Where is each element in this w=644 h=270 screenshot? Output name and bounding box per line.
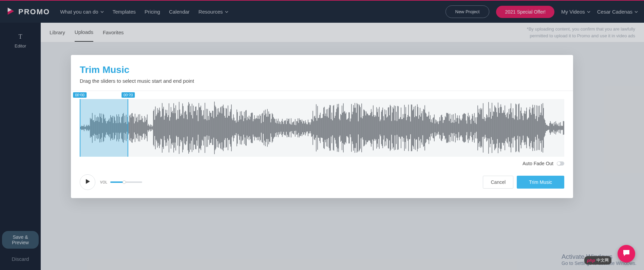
svg-rect-343 [310,122,311,133]
svg-rect-391 [343,103,344,153]
svg-rect-299 [281,124,281,132]
svg-rect-320 [295,119,296,137]
svg-rect-264 [257,116,258,140]
svg-rect-217 [225,118,226,138]
svg-rect-486 [408,115,408,141]
tab-uploads[interactable]: Uploads [75,23,93,42]
svg-rect-398 [348,118,348,137]
svg-rect-335 [305,120,306,135]
nav-pricing[interactable]: Pricing [145,9,160,15]
selection-range[interactable] [80,99,128,157]
svg-rect-198 [212,111,213,145]
svg-rect-136 [170,117,171,138]
svg-rect-123 [161,116,162,139]
trim-music-modal: Trim Music Drag the sliders to select mu… [71,55,573,198]
topbar: PROMO What you can do Templates Pricing … [0,1,644,23]
upload-disclaimer: *By uploading content, you confirm that … [513,26,635,39]
svg-rect-524 [433,117,434,138]
time-end-badge[interactable]: 00:20 [121,92,135,98]
svg-rect-77 [130,115,131,141]
svg-rect-678 [538,106,538,150]
svg-rect-646 [516,104,517,151]
svg-rect-658 [524,111,525,145]
svg-rect-121 [160,111,160,145]
tab-library[interactable]: Library [50,23,65,41]
svg-rect-257 [252,113,253,143]
chevron-down-icon [225,9,228,15]
volume-slider[interactable] [110,181,142,183]
svg-rect-423 [365,111,365,145]
svg-rect-569 [464,113,465,143]
chat-fab[interactable] [618,245,635,263]
nav-resources[interactable]: Resources [198,9,228,15]
svg-rect-150 [179,110,180,146]
topbar-right: New Project 2021 Special Offer! My Video… [446,5,638,18]
svg-rect-592 [479,114,480,141]
user-menu[interactable]: Cesar Cadenas [597,9,638,15]
svg-rect-199 [213,111,213,145]
waveform[interactable] [80,99,564,157]
svg-rect-701 [553,126,554,130]
discard-button[interactable]: Discard [0,251,41,270]
svg-rect-587 [476,124,477,132]
trim-music-button[interactable]: Trim Music [517,176,564,189]
svg-rect-654 [522,113,522,142]
svg-rect-562 [459,115,460,140]
svg-rect-591 [479,109,479,147]
special-offer-button[interactable]: 2021 Special Offer! [496,6,554,18]
svg-rect-84 [135,114,135,142]
svg-rect-196 [211,113,211,143]
text-icon: T [17,33,24,41]
svg-rect-362 [323,108,324,148]
svg-rect-302 [283,122,283,134]
svg-rect-533 [439,117,440,139]
logo[interactable]: PROMO [6,6,50,17]
svg-rect-661 [526,108,527,148]
svg-rect-415 [359,105,360,151]
sidebar-editor[interactable]: T Editor [0,29,41,53]
save-preview-button[interactable]: Save & Preview [2,231,39,249]
svg-rect-424 [365,115,366,140]
auto-fade-out-toggle[interactable] [557,161,564,166]
waveform-container: 00:00 00:20 [80,92,564,157]
nav-calendar[interactable]: Calendar [169,9,190,15]
svg-rect-311 [289,119,289,137]
svg-rect-231 [234,121,235,135]
tab-favorites[interactable]: Favorites [103,23,124,41]
svg-rect-431 [370,113,371,142]
svg-rect-491 [411,104,412,151]
new-project-button[interactable]: New Project [446,5,490,18]
svg-rect-625 [502,113,503,142]
svg-rect-157 [184,112,185,143]
svg-rect-321 [296,125,296,131]
svg-rect-619 [498,102,498,153]
nav-what-you-can-do[interactable]: What you can do [60,9,104,15]
play-icon [85,179,90,186]
svg-rect-192 [208,116,209,140]
svg-rect-329 [301,122,302,134]
cancel-button[interactable]: Cancel [483,176,513,189]
svg-rect-635 [509,109,509,147]
svg-rect-399 [348,112,349,143]
svg-rect-589 [477,105,478,151]
svg-rect-219 [226,109,227,147]
nav-templates[interactable]: Templates [113,9,136,15]
svg-rect-307 [286,124,287,132]
svg-rect-127 [164,120,165,136]
svg-rect-273 [263,122,264,134]
time-start-badge[interactable]: 00:00 [73,92,87,98]
nav-items: What you can do Templates Pricing Calend… [60,9,228,15]
svg-rect-178 [198,103,199,153]
svg-rect-363 [324,107,325,149]
svg-rect-546 [448,114,449,141]
svg-rect-705 [556,123,557,133]
play-button[interactable] [80,174,95,190]
svg-rect-330 [302,119,302,136]
svg-rect-680 [539,106,540,150]
php-cn-badge[interactable]: php 中文网 [584,256,611,265]
svg-rect-673 [534,105,535,151]
svg-rect-131 [167,110,167,146]
my-videos-link[interactable]: My Videos [561,9,590,15]
svg-rect-416 [360,107,361,149]
svg-rect-152 [181,114,182,142]
